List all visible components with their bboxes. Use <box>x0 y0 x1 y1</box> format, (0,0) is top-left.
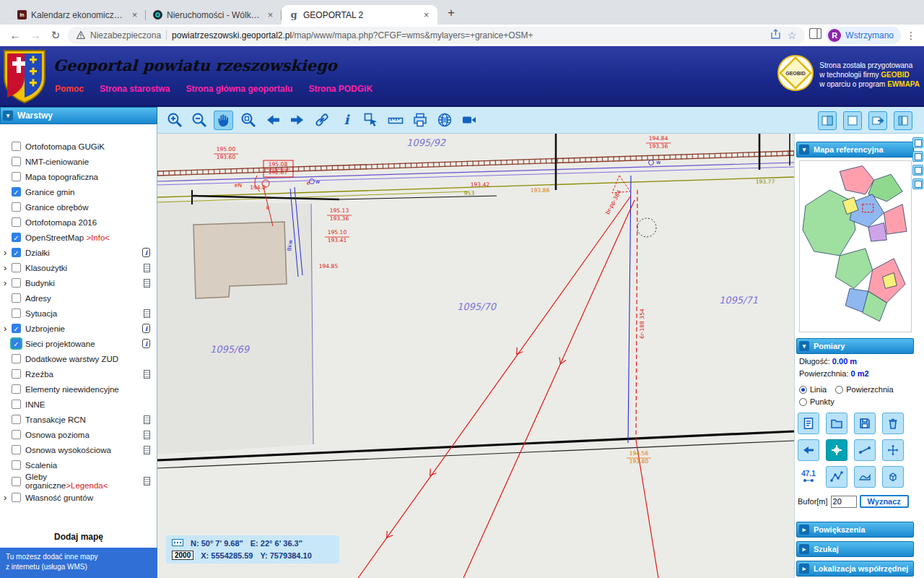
layer-checkbox[interactable] <box>12 415 21 424</box>
edge-tool-icon[interactable] <box>912 151 923 162</box>
browser-tab-2[interactable]: Nieruchomości - Wólka Podle × <box>146 5 282 25</box>
draw-point-icon[interactable] <box>826 439 847 461</box>
profile-paused-button[interactable]: R Wstrzymano <box>826 27 901 44</box>
expand-icon[interactable]: ▸ <box>799 544 809 554</box>
layer-label[interactable]: Ortofotomapa GUGiK <box>25 142 105 151</box>
next-view-icon[interactable] <box>287 111 307 130</box>
link-geoportal[interactable]: Strona główna geoportalu <box>186 84 292 94</box>
layer-label[interactable]: OpenStreetMap >Info< <box>25 233 110 242</box>
layer-label[interactable]: Rzeźba <box>25 370 53 379</box>
add-map-label[interactable]: Dodaj mapę <box>0 532 157 542</box>
layer-checkbox[interactable] <box>12 369 21 379</box>
link-podgik[interactable]: Strona PODGiK <box>308 84 372 94</box>
layer-label[interactable]: Osnowa pozioma <box>25 431 90 439</box>
layer-checkbox[interactable] <box>12 445 21 454</box>
forward-icon[interactable]: → <box>27 29 43 41</box>
layer-checkbox[interactable]: ✓ <box>12 187 21 197</box>
bookmark-star-icon[interactable]: ☆ <box>788 30 797 41</box>
globe-icon[interactable] <box>435 111 454 130</box>
layer-checkbox[interactable] <box>12 293 21 303</box>
link-starostwo[interactable]: Strona starostwa <box>100 84 170 94</box>
previous-view-icon[interactable] <box>263 111 282 130</box>
layer-doc-icon[interactable] <box>144 446 150 454</box>
measure-icon[interactable] <box>385 111 405 130</box>
scale-value[interactable]: 2000 <box>172 551 193 560</box>
layer-doc-icon[interactable] <box>144 309 150 318</box>
collapse-icon[interactable]: ▾ <box>3 111 13 121</box>
layer-doc-icon[interactable] <box>144 370 150 379</box>
layer-checkbox[interactable] <box>12 354 21 363</box>
info-icon[interactable]: i <box>336 111 356 130</box>
radio-area[interactable] <box>835 386 843 394</box>
close-icon[interactable]: × <box>421 9 432 20</box>
edge-tool-icon[interactable] <box>912 137 923 148</box>
layer-label[interactable]: Elementy nieewidencyjne <box>25 385 119 394</box>
layer-checkbox[interactable]: ✓ <box>12 339 21 348</box>
zoom-window-icon[interactable] <box>238 111 258 130</box>
move-icon[interactable] <box>882 439 904 461</box>
browser-tab-active[interactable]: g GEOPORTAL 2 × <box>282 5 437 25</box>
camera-icon[interactable] <box>459 111 479 130</box>
side-panel-toggle-icon[interactable] <box>894 111 912 130</box>
layer-label[interactable]: Transakcje RCN <box>25 415 86 424</box>
layer-label[interactable]: Granice gmin <box>25 188 74 197</box>
buffer-designate-button[interactable]: Wyznacz <box>860 495 909 508</box>
expand-icon[interactable]: ▸ <box>799 525 809 535</box>
layer-doc-icon[interactable] <box>144 431 150 439</box>
draw-line-icon[interactable] <box>854 439 876 461</box>
layer-checkbox[interactable] <box>12 263 21 272</box>
new-tab-button[interactable]: + <box>442 4 461 22</box>
layer-checkbox[interactable] <box>12 202 21 212</box>
layer-doc-icon[interactable] <box>144 279 150 288</box>
layer-label[interactable]: Ortofotomapa 2016 <box>25 218 97 227</box>
layer-checkbox[interactable] <box>12 172 21 181</box>
layer-label[interactable]: Scalenia <box>25 461 57 470</box>
close-icon[interactable]: × <box>265 9 276 20</box>
layer-label[interactable]: Dodatkowe warstwy ZUD <box>25 355 118 363</box>
radio-points[interactable] <box>799 398 807 406</box>
layer-label[interactable]: Sieci projektowane <box>25 340 95 348</box>
layer-doc-icon[interactable] <box>144 415 150 424</box>
layer-doc-icon[interactable] <box>144 477 150 486</box>
link-pomoc[interactable]: Pomoc <box>55 84 84 94</box>
volume-cube-icon[interactable] <box>882 466 904 488</box>
pan-hand-icon[interactable] <box>214 111 233 130</box>
layer-checkbox[interactable] <box>12 460 21 470</box>
layer-extra-link[interactable]: >Legenda< <box>66 481 108 490</box>
edge-tool-icon[interactable] <box>912 165 923 176</box>
reference-map[interactable] <box>799 160 912 332</box>
layer-checkbox[interactable] <box>12 142 21 151</box>
expand-arrow-icon[interactable]: › <box>4 249 12 256</box>
layer-label[interactable]: Działki <box>25 249 50 257</box>
delete-icon[interactable] <box>882 413 904 434</box>
layers-panel-header[interactable]: ▾ Warstwy <box>0 107 157 124</box>
section-zoom-header[interactable]: ▸ Powiększenia <box>796 522 914 538</box>
layer-checkbox[interactable]: ✓ <box>12 233 21 242</box>
collapse-icon[interactable]: ▾ <box>799 144 809 155</box>
browser-menu-icon[interactable]: ⋮ <box>905 30 917 41</box>
layer-label[interactable]: INNE <box>25 400 45 409</box>
layer-checkbox[interactable] <box>12 477 21 486</box>
radio-line-label[interactable]: Linia <box>810 385 827 394</box>
layer-label[interactable]: Adresy <box>25 294 51 303</box>
report-icon[interactable] <box>798 413 819 434</box>
layer-checkbox[interactable] <box>12 400 21 409</box>
layer-checkbox[interactable] <box>12 157 21 166</box>
edge-tool-icon[interactable] <box>912 178 923 189</box>
browser-tab-1[interactable]: In Kalendarz ekonomiczny, dane × <box>10 5 146 25</box>
save-icon[interactable] <box>854 413 876 434</box>
layer-label[interactable]: Uzbrojenie <box>25 324 65 333</box>
expand-arrow-icon[interactable]: › <box>4 264 12 272</box>
layer-label[interactable]: Granice obrębów <box>25 203 89 212</box>
measurements-header[interactable]: ▾ Pomiary <box>796 338 914 354</box>
zoom-out-icon[interactable] <box>189 111 209 130</box>
reference-map-header[interactable]: ▾ Mapa referencyjna <box>796 142 914 158</box>
layer-label[interactable]: Gleby organiczne>Legenda< <box>25 473 110 490</box>
layer-checkbox[interactable] <box>12 278 21 288</box>
layer-checkbox[interactable] <box>12 217 21 227</box>
layer-info-icon[interactable]: i <box>142 248 150 257</box>
share-icon[interactable] <box>771 29 780 41</box>
expand-arrow-icon[interactable]: › <box>4 279 12 287</box>
expand-icon[interactable]: ▸ <box>799 564 809 574</box>
layer-checkbox[interactable]: ✓ <box>12 324 21 333</box>
